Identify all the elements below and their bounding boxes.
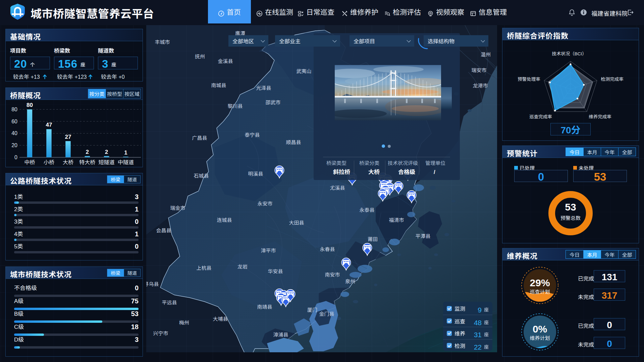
svg-text:尤溪县: 尤溪县 [330,184,345,191]
svg-text:漳平市: 漳平市 [261,247,276,254]
svg-text:泰宁县: 泰宁县 [245,131,260,138]
svg-text:大埔县: 大埔县 [213,315,228,322]
svg-text:黎川县: 黎川县 [227,102,243,109]
svg-text:维养计划: 维养计划 [530,334,550,341]
svg-text:0: 0 [14,153,17,161]
svg-text:巡查计划: 巡查计划 [530,288,550,295]
svg-text:技术状况（BCI）: 技术状况（BCI） [552,50,587,57]
svg-text:平远县: 平远县 [162,299,177,306]
svg-text:检测完成率: 检测完成率 [601,75,624,82]
svg-text:福清市: 福清市 [389,216,404,223]
svg-text:抚州: 抚州 [195,53,205,60]
svg-text:邵武市: 邵武市 [265,99,280,106]
svg-text:永春县: 永春县 [320,245,335,252]
svg-text:巡查完成率: 巡查完成率 [529,113,552,120]
svg-text:金溪县: 金溪县 [218,57,233,64]
svg-text:特大桥: 特大桥 [79,158,95,166]
svg-text:龙港市: 龙港市 [473,82,488,89]
svg-text:47: 47 [46,120,52,128]
svg-text:泉州: 泉州 [345,278,355,285]
svg-text:小桥: 小桥 [44,158,54,166]
svg-text:永安市: 永安市 [257,200,272,207]
svg-text:梅州: 梅州 [179,319,189,326]
svg-text:南城县: 南城县 [211,81,226,88]
svg-text:0%: 0% [533,321,547,336]
svg-text:金门县: 金门县 [319,310,334,317]
svg-text:会昌县: 会昌县 [156,227,171,234]
svg-text:80: 80 [11,105,17,113]
svg-text:平潭县: 平潭县 [415,232,430,239]
svg-text:南靖县: 南靖县 [257,303,272,310]
svg-text:2: 2 [86,147,89,156]
svg-text:短隧道: 短隧道 [99,158,115,166]
svg-text:寻乌县: 寻乌县 [146,280,159,287]
svg-text:永泰县: 永泰县 [359,206,374,213]
svg-text:维养完成率: 维养完成率 [589,113,611,120]
svg-text:80: 80 [26,100,33,109]
svg-text:瑞安市: 瑞安市 [471,66,486,73]
svg-text:漳浦县: 漳浦县 [273,331,288,338]
svg-text:兴宁市: 兴宁市 [153,329,168,337]
svg-text:大田县: 大田县 [289,219,304,226]
svg-text:南安市: 南安市 [325,271,340,278]
svg-text:丰城市: 丰城市 [155,38,170,45]
svg-text:大桥: 大桥 [63,158,73,166]
svg-text:龙岩: 龙岩 [237,263,248,270]
svg-text:20: 20 [11,141,17,149]
svg-text:中桥: 中桥 [24,158,35,166]
svg-text:顺昌县: 顺昌县 [286,138,301,145]
svg-text:中隧道: 中隧道 [118,158,134,166]
svg-text:27: 27 [65,132,71,140]
svg-text:华安县: 华安县 [268,267,283,275]
svg-text:厦门: 厦门 [307,306,317,313]
svg-text:1: 1 [124,148,127,156]
svg-text:莆田: 莆田 [368,235,378,242]
svg-text:60: 60 [11,117,17,125]
svg-text:29%: 29% [530,275,550,289]
svg-text:预警总数: 预警总数 [560,214,581,221]
svg-text:武夷山: 武夷山 [296,67,311,74]
svg-text:瑞金市: 瑞金市 [170,204,185,211]
svg-text:2: 2 [105,147,108,156]
svg-text:石城县: 石城县 [194,172,209,179]
svg-text:53: 53 [565,199,576,214]
svg-text:温州: 温州 [481,51,491,58]
svg-text:明溪县: 明溪县 [248,170,263,177]
svg-text:40: 40 [11,129,17,137]
svg-text:预警处理率: 预警处理率 [518,75,540,82]
svg-text:连城县: 连城县 [217,216,232,223]
svg-text:上杭县: 上杭县 [196,264,211,271]
svg-text:光泽县: 光泽县 [256,84,271,91]
svg-text:广昌县: 广昌县 [192,134,207,141]
